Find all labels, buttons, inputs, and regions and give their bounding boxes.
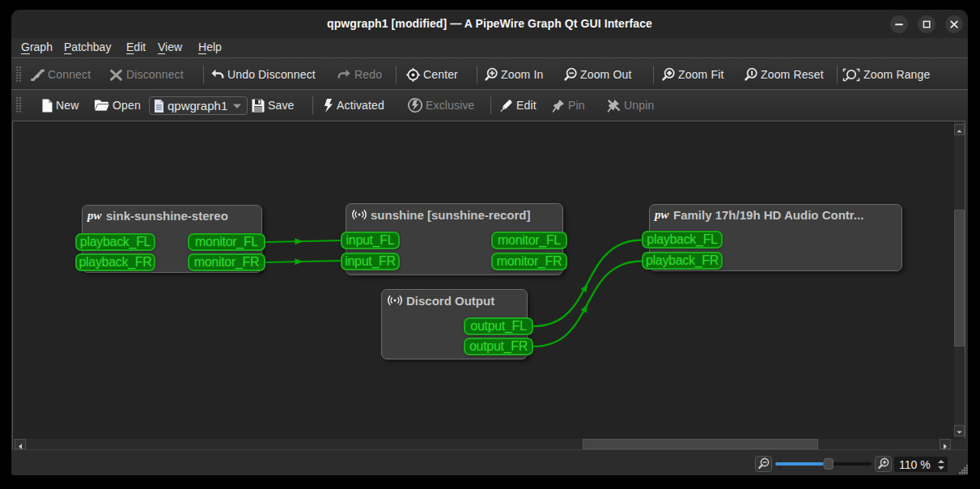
svg-text:pw: pw — [87, 209, 103, 222]
svg-text:pw: pw — [654, 208, 670, 221]
